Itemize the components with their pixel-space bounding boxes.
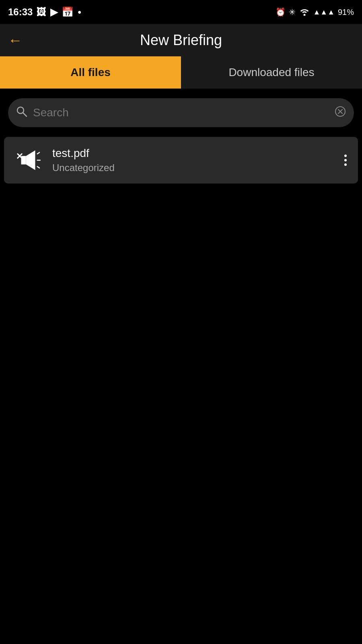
dot-icon [344,163,347,166]
file-more-button[interactable] [341,151,350,169]
svg-line-10 [37,167,39,168]
tab-downloaded-files[interactable]: Downloaded files [181,56,362,89]
svg-marker-6 [21,156,26,165]
tabs-container: All files Downloaded files [0,56,362,89]
search-bar [8,98,354,127]
bluetooth-icon: ✳ [289,7,296,17]
svg-line-2 [23,113,27,116]
search-clear-icon[interactable] [335,106,346,120]
battery-percent: 91% [338,8,354,17]
status-bar: 16:33 🖼 ▶ 📅 • ⏰ ✳ ▲▲▲ 91% [0,0,362,24]
file-category: Uncategorized [52,162,333,173]
dot-icon [344,155,347,157]
alarm-icon: ⏰ [276,7,286,17]
svg-point-0 [303,14,305,16]
search-container [0,89,362,137]
file-list: test.pdf Uncategorized [0,137,362,184]
dot-icon [344,159,347,161]
status-time: 16:33 [8,6,33,18]
file-icon-wrap [12,144,44,176]
tab-all-files[interactable]: All files [0,56,181,89]
page-title: New Briefing [140,32,222,49]
dot-separator: • [78,6,81,18]
search-input[interactable] [33,106,329,119]
back-arrow-icon: ← [8,32,23,49]
file-item[interactable]: test.pdf Uncategorized [4,137,358,184]
file-info: test.pdf Uncategorized [52,147,333,173]
video-icon: ▶ [50,6,58,18]
wifi-icon [299,7,310,18]
calendar-icon: 📅 [62,6,74,18]
back-button[interactable]: ← [8,32,23,49]
status-left: 16:33 🖼 ▶ 📅 • [8,6,81,18]
status-right: ⏰ ✳ ▲▲▲ 91% [276,7,354,18]
app-bar: ← New Briefing [0,24,362,56]
search-icon [16,106,27,120]
svg-marker-7 [26,151,35,170]
photo-icon: 🖼 [37,6,46,18]
file-name: test.pdf [52,147,333,160]
svg-line-8 [37,153,39,154]
signal-icon: ▲▲▲ [313,8,335,17]
